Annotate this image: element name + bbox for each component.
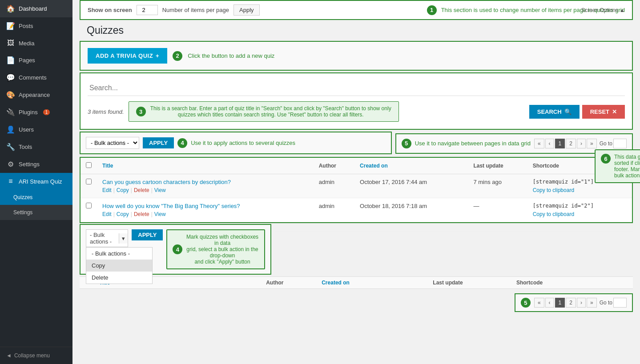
pagination-current-top[interactable]: 1: [555, 139, 565, 148]
dropdown-item-copy[interactable]: Copy: [86, 260, 152, 272]
footer-created-col[interactable]: Created on: [322, 280, 433, 286]
bottom-pagination-row: 5 « ‹ 1 2 › » Go to: [80, 289, 633, 316]
plugins-badge: 1: [43, 109, 50, 115]
show-on-screen-bar: Show on screen Number of items per page …: [80, 0, 633, 20]
header-author: Author: [314, 158, 354, 174]
row1-checkbox[interactable]: [86, 179, 92, 184]
pagination-bottom: « ‹ 1 2 › » Go to: [534, 298, 627, 308]
bulk-actions-select-top[interactable]: - Bulk actions - Copy Delete: [86, 137, 139, 149]
nav-top-row: - Bulk actions - Copy Delete APPLY 4 Use…: [80, 132, 633, 155]
pagination-first-bottom[interactable]: «: [534, 298, 544, 308]
row1-lastupdate-cell: 7 mins ago: [468, 174, 527, 198]
posts-icon: 📝: [6, 22, 15, 30]
header-created-on[interactable]: Created on: [354, 158, 468, 174]
row1-delete-link[interactable]: Delete: [134, 187, 149, 193]
bulk-dropdown-arrow[interactable]: ▾: [119, 233, 128, 244]
pagination-next-page-top[interactable]: 2: [566, 139, 576, 148]
row1-copy-clipboard-link[interactable]: Copy to clipboard: [533, 187, 574, 193]
sidebar-item-quizzes[interactable]: Quizzes: [0, 190, 72, 205]
row1-view-link[interactable]: View: [154, 187, 166, 193]
sidebar-item-posts[interactable]: 📝 Posts: [0, 17, 72, 35]
items-per-page-apply-button[interactable]: Apply: [233, 4, 260, 16]
bulk-apply-button-top[interactable]: APPLY: [143, 137, 174, 148]
row2-copy-clipboard-link[interactable]: Copy to clipboard: [533, 211, 574, 217]
annotation-4-badge-bottom: 4: [173, 244, 182, 254]
sidebar-item-users[interactable]: 👤 Users: [0, 121, 72, 138]
annotation-5-badge-top: 5: [402, 139, 411, 148]
dropdown-item-delete[interactable]: Delete: [86, 272, 152, 284]
annotation-1-row: 1 This section is used to change number …: [264, 5, 625, 15]
add-quiz-button[interactable]: ADD A TRIVIA QUIZ +: [88, 48, 167, 64]
pagination-current-bottom[interactable]: 1: [555, 298, 565, 308]
reset-button[interactable]: RESET ✕: [582, 105, 625, 119]
header-title[interactable]: Title: [97, 158, 314, 174]
items-per-page-input[interactable]: [137, 5, 158, 15]
bulk-apply-button-bottom[interactable]: APPLY: [132, 229, 163, 240]
row1-author-cell: admin: [314, 174, 354, 198]
pagination-next-bottom[interactable]: ›: [577, 298, 586, 308]
search-info-row: 3 items found. 3 This is a search bar. E…: [88, 101, 625, 122]
plugins-icon: 🔌: [6, 108, 15, 116]
row2-edit-link[interactable]: Edit: [102, 211, 112, 217]
row2-view-link[interactable]: View: [154, 211, 166, 217]
ari-icon: ≡: [6, 177, 15, 185]
goto-input-top[interactable]: [613, 139, 627, 148]
grid-footer-row: Title Author Created on Last update Shor…: [80, 276, 633, 289]
annotation-6-badge: 6: [601, 154, 611, 164]
sidebar-item-comments[interactable]: 💬 Comments: [0, 69, 72, 86]
footer-shortcode-col: Shortcode: [516, 280, 628, 286]
sidebar-item-tools[interactable]: 🔧 Tools: [0, 138, 72, 156]
sidebar-item-appearance[interactable]: 🎨 Appearance: [0, 86, 72, 104]
pagination-next-page-bottom[interactable]: 2: [566, 298, 576, 308]
sidebar-item-dashboard[interactable]: 🏠 Dashboard: [0, 0, 72, 17]
annotation-2-text: Click the button to add a new quiz: [188, 52, 274, 59]
sidebar-item-plugins[interactable]: 🔌 Plugins 1: [0, 104, 72, 121]
collapse-menu[interactable]: ◄ Collapse menu: [0, 347, 72, 364]
dropdown-item-bulk-actions[interactable]: - Bulk actions -: [86, 248, 152, 260]
row1-title-link[interactable]: Can you guess cartoon characters by desc…: [102, 179, 308, 185]
header-checkbox-col: [81, 158, 97, 174]
row2-checkbox[interactable]: [86, 203, 92, 208]
data-grid-wrapper: Title Author Created on Last update Shor…: [80, 157, 633, 223]
search-info-left: 3 items found. 3 This is a search bar. E…: [88, 101, 399, 122]
tools-icon: 🔧: [6, 143, 15, 151]
bulk-actions-bottom: - Bulk actions - ▾ - Bulk actions - Copy…: [80, 224, 271, 275]
search-button[interactable]: SEARCH 🔍: [529, 105, 580, 119]
content-area: Show on screen Number of items per page …: [72, 0, 640, 364]
screen-options-button[interactable]: Screen Options ▲: [581, 7, 625, 13]
search-input[interactable]: [88, 80, 625, 96]
annotation-2-badge: 2: [173, 51, 182, 61]
footer-columns-row: [275, 224, 633, 232]
add-quiz-section: ADD A TRIVIA QUIZ + 2 Click the button t…: [80, 41, 633, 71]
bulk-dropdown-menu: - Bulk actions - Copy Delete: [86, 247, 153, 284]
page-title-bar: Quizzes: [80, 20, 633, 41]
row1-title-cell: Can you guess cartoon characters by desc…: [97, 174, 314, 198]
row2-delete-link[interactable]: Delete: [134, 211, 149, 217]
row2-title-link[interactable]: How well do you know "The Big Bang Theor…: [102, 203, 308, 209]
sidebar-item-pages[interactable]: 📄 Pages: [0, 52, 72, 69]
annotation-3-box: 3 This is a search bar. Enter a part of …: [129, 101, 399, 122]
annotation-5-badge-bottom: 5: [521, 298, 531, 308]
table-header-row: Title Author Created on Last update Shor…: [81, 158, 632, 174]
sidebar-item-settings[interactable]: ⚙ Settings: [0, 156, 72, 173]
select-all-checkbox[interactable]: [86, 162, 92, 168]
pagination-last-bottom[interactable]: »: [587, 298, 597, 308]
pagination-first-top[interactable]: «: [534, 139, 544, 148]
annotation-4-text-top: Use it to apply actions to several quizz…: [191, 140, 295, 146]
row1-edit-link[interactable]: Edit: [102, 187, 112, 193]
row1-created-cell: October 17, 2016 7:44 am: [354, 174, 468, 198]
pagination-last-top[interactable]: »: [587, 139, 597, 148]
bulk-dropdown-button[interactable]: - Bulk actions - ▾: [86, 229, 128, 247]
goto-input-bottom[interactable]: [613, 298, 627, 308]
footer-author-col: Author: [266, 280, 322, 286]
annotation-6-box: 6 This data grid contains quizzes. They …: [595, 149, 640, 183]
sidebar-item-media[interactable]: 🖼 Media: [0, 35, 72, 52]
row1-copy-link[interactable]: Copy: [117, 187, 129, 193]
pagination-prev-top[interactable]: ‹: [545, 139, 554, 148]
sidebar-item-plugin-settings[interactable]: Settings: [0, 205, 72, 220]
row2-copy-link[interactable]: Copy: [117, 211, 129, 217]
sidebar-item-ari-stream-quiz[interactable]: ≡ ARI Stream Quiz: [0, 173, 72, 190]
collapse-icon: ◄: [6, 352, 12, 359]
pagination-prev-bottom[interactable]: ‹: [545, 298, 554, 308]
pagination-next-top[interactable]: ›: [577, 139, 586, 148]
